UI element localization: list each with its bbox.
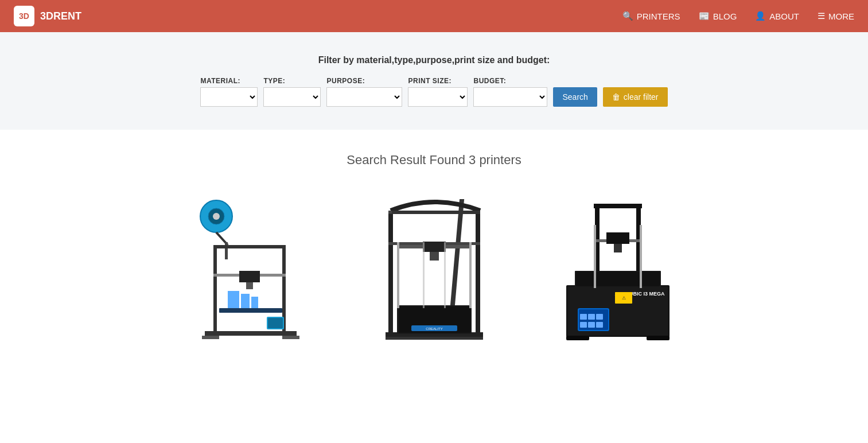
svg-rect-47 (580, 322, 587, 328)
svg-rect-49 (596, 322, 603, 328)
printer-image-2: CREALITY (360, 191, 509, 363)
svg-text:⚠: ⚠ (621, 296, 625, 301)
svg-rect-39 (444, 242, 446, 308)
svg-rect-7 (213, 245, 286, 248)
purpose-label: PURPOSE: (326, 77, 365, 85)
svg-rect-14 (219, 308, 282, 313)
svg-rect-24 (388, 211, 480, 214)
printer-image-1 (176, 191, 325, 363)
printer-card-2[interactable]: CREALITY (354, 191, 515, 363)
filter-row: MATERIAL: PLA ABS PETG TPU Nylon TYPE: F… (14, 77, 854, 107)
printer-image-3: ANYCUBIC I3 MEGA ⚠ (543, 191, 692, 363)
svg-rect-15 (228, 291, 239, 308)
svg-rect-9 (202, 336, 219, 339)
blog-icon: 📰 (699, 11, 710, 21)
svg-rect-13 (246, 282, 253, 289)
budget-label: BUDGET: (473, 77, 506, 85)
budget-select[interactable]: Under $200 $200-$500 $500-$1000 Over $10… (473, 87, 547, 107)
material-select[interactable]: PLA ABS PETG TPU Nylon (200, 87, 258, 107)
svg-rect-12 (239, 271, 260, 282)
svg-rect-55 (594, 204, 642, 208)
print-size-select[interactable]: Small Medium Large (408, 87, 468, 107)
svg-rect-8 (205, 331, 297, 336)
brand-link[interactable]: 3D 3DRENT (14, 6, 81, 26)
svg-rect-4 (225, 242, 228, 259)
svg-rect-46 (596, 314, 603, 320)
results-title: Search Result Found 3 printers (34, 153, 834, 168)
svg-rect-16 (241, 294, 250, 308)
nav-item-more[interactable]: ☰ MORE (818, 11, 854, 21)
svg-rect-61 (594, 225, 596, 288)
svg-rect-36 (397, 242, 399, 308)
search-icon: 🔍 (622, 11, 633, 21)
type-select[interactable]: FDM SLA DLP (263, 87, 321, 107)
svg-rect-64 (647, 336, 670, 340)
nav-item-about[interactable]: 👤 ABOUT (755, 11, 799, 21)
budget-group: BUDGET: Under $200 $200-$500 $500-$1000 … (473, 77, 547, 107)
trash-icon: 🗑 (612, 92, 620, 102)
nav-links: 🔍 PRINTERS 📰 BLOG 👤 ABOUT ☰ MORE (622, 11, 854, 21)
svg-rect-62 (640, 225, 642, 288)
svg-rect-58 (614, 244, 622, 252)
material-label: MATERIAL: (200, 77, 240, 85)
svg-rect-19 (268, 318, 283, 328)
filter-title: Filter by material,type,purpose,print si… (14, 55, 854, 65)
search-button[interactable]: Search (553, 87, 597, 107)
svg-rect-26 (388, 211, 392, 213)
purpose-group: PURPOSE: Hobby Professional Industrial (326, 77, 402, 107)
svg-text:CREALITY: CREALITY (426, 327, 442, 331)
menu-icon: ☰ (818, 11, 825, 21)
printers-grid: CREALITY (34, 191, 834, 363)
type-label: TYPE: (263, 77, 285, 85)
svg-rect-28 (386, 337, 483, 340)
printer-card-1[interactable] (170, 191, 331, 363)
results-section: Search Result Found 3 printers (0, 130, 868, 386)
svg-rect-60 (576, 271, 660, 286)
user-icon: 👤 (755, 11, 766, 21)
navbar: 3D 3DRENT 🔍 PRINTERS 📰 BLOG 👤 ABOUT ☰ M (0, 0, 868, 32)
svg-rect-10 (282, 336, 299, 339)
svg-rect-45 (588, 314, 595, 320)
type-group: TYPE: FDM SLA DLP (263, 77, 321, 107)
printer-card-3[interactable]: ANYCUBIC I3 MEGA ⚠ (538, 191, 698, 363)
nav-item-printers[interactable]: 🔍 PRINTERS (622, 11, 680, 21)
svg-rect-21 (476, 211, 480, 337)
brand-icon: 3D (14, 6, 34, 26)
brand-name: 3DRENT (40, 10, 81, 22)
svg-rect-38 (423, 242, 425, 308)
purpose-select[interactable]: Hobby Professional Industrial (326, 87, 402, 107)
svg-rect-35 (430, 252, 439, 261)
nav-link-printers[interactable]: 🔍 PRINTERS (622, 11, 680, 21)
svg-rect-44 (580, 314, 587, 320)
svg-rect-48 (588, 322, 595, 328)
svg-rect-57 (606, 232, 629, 244)
nav-item-blog[interactable]: 📰 BLOG (699, 11, 737, 21)
nav-link-blog[interactable]: 📰 BLOG (699, 11, 737, 21)
svg-rect-5 (213, 245, 217, 337)
svg-rect-63 (566, 336, 589, 340)
svg-rect-37 (469, 242, 472, 308)
material-group: MATERIAL: PLA ABS PETG TPU Nylon (200, 77, 258, 107)
nav-link-more[interactable]: ☰ MORE (818, 11, 854, 21)
svg-rect-17 (251, 297, 258, 308)
filter-section: Filter by material,type,purpose,print si… (0, 32, 868, 130)
svg-rect-22 (388, 211, 393, 337)
print-size-group: PRINT SIZE: Small Medium Large (408, 77, 468, 107)
nav-link-about[interactable]: 👤 ABOUT (755, 11, 799, 21)
clear-filter-button[interactable]: 🗑 clear filter (603, 87, 668, 107)
print-size-label: PRINT SIZE: (408, 77, 451, 85)
svg-point-2 (213, 213, 220, 220)
svg-rect-34 (423, 242, 446, 252)
